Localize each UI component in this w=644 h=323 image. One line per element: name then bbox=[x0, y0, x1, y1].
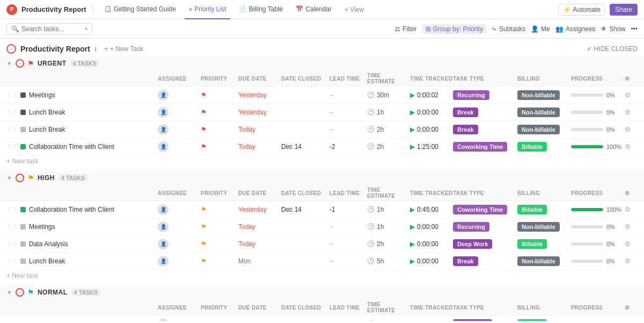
due-date-cell: Yesterday bbox=[238, 206, 281, 213]
billing-badge: Billable bbox=[517, 319, 547, 321]
assignee-cell: 👤 bbox=[158, 256, 201, 267]
info-icon[interactable]: ℹ bbox=[94, 46, 97, 53]
section-expand-normal[interactable]: ▼ bbox=[6, 289, 12, 296]
group-by-label: Group by: Priority bbox=[433, 25, 483, 33]
tab-getting-started[interactable]: 📋 Getting Started Guide bbox=[100, 0, 180, 19]
time-estimate-cell: 🕐 3h bbox=[367, 320, 410, 321]
tab-billing-table[interactable]: 📄 Billing Table bbox=[235, 0, 287, 19]
col-date-closed: DATE CLOSED bbox=[281, 305, 330, 311]
task-row[interactable]: ⋮⋮ Data Analysis 👤 ⚑ Today – 🕐 2h bbox=[0, 235, 644, 253]
assignee-avatar: 👤 bbox=[158, 319, 169, 321]
row-settings-icon[interactable]: ⚙ bbox=[625, 91, 631, 99]
subtasks-button[interactable]: ⤷ Subtasks bbox=[492, 25, 525, 33]
drag-handle-icon[interactable]: ⋮⋮ bbox=[6, 143, 17, 149]
row-settings-icon[interactable]: ⚙ bbox=[625, 206, 631, 213]
new-task-link-urgent[interactable]: + New task bbox=[6, 157, 39, 165]
task-row[interactable]: ⋮⋮ Meetings 👤 ⚑ Today – 🕐 1h bbox=[0, 218, 644, 235]
lead-time-value: -2 bbox=[330, 143, 335, 150]
section-status-icon-high: ○ bbox=[16, 174, 24, 182]
task-row[interactable]: ⋮⋮ Lunch Break 👤 ⚑ Yesterday – 🕐 1h bbox=[0, 104, 644, 121]
show-button[interactable]: 👁 Show bbox=[601, 25, 625, 33]
row-settings-icon[interactable]: ⚙ bbox=[625, 257, 631, 265]
drag-handle-icon[interactable]: ⋮⋮ bbox=[6, 92, 17, 98]
assignee-avatar: 👤 bbox=[158, 221, 169, 232]
due-date-value: Today bbox=[238, 143, 255, 150]
task-type-cell: Break bbox=[453, 109, 517, 116]
row-settings-icon[interactable]: ⚙ bbox=[625, 240, 631, 248]
progress-cell: 100% bbox=[571, 321, 625, 321]
progress-cell: 0% bbox=[571, 92, 625, 98]
tab-calendar[interactable]: 📅 Calendar bbox=[291, 0, 336, 19]
clock-icon: 🕐 bbox=[367, 257, 375, 264]
checkmark-icon: ✓ bbox=[587, 45, 592, 53]
drag-handle-icon[interactable]: ⋮⋮ bbox=[6, 224, 17, 229]
billing-cell: Non-billable bbox=[517, 223, 571, 231]
section-expand-urgent[interactable]: ▼ bbox=[6, 60, 12, 67]
share-button[interactable]: Share bbox=[610, 4, 638, 16]
filter-button[interactable]: ⚖ Filter bbox=[394, 25, 417, 33]
drag-handle-icon[interactable]: ⋮⋮ bbox=[6, 206, 17, 212]
task-row[interactable]: ⋮⋮ Lunch Break 👤 ⚑ Today – 🕐 2h bbox=[0, 121, 644, 138]
row-settings-cell: ⚙ bbox=[625, 143, 638, 150]
task-status-dot bbox=[20, 127, 26, 132]
filter-icon: ⚖ bbox=[394, 25, 400, 33]
me-label: Me bbox=[541, 25, 550, 33]
divider-1 bbox=[93, 5, 93, 14]
progress-text: 100% bbox=[606, 143, 621, 150]
time-estimate-cell: 🕐 2h bbox=[367, 143, 410, 150]
search-input[interactable] bbox=[21, 25, 83, 33]
clock-icon: 🕐 bbox=[367, 320, 375, 321]
col-priority: PRIORITY bbox=[201, 305, 238, 311]
task-name-text: Lunch Break bbox=[29, 109, 65, 116]
assignee-cell: 👤 bbox=[158, 239, 201, 249]
progress-cell: 100% bbox=[571, 143, 625, 150]
section-count-normal: 4 TASKS bbox=[71, 289, 101, 296]
time-estimate-cell: 🕐 2h bbox=[367, 126, 410, 133]
play-icon: ▶ bbox=[410, 206, 415, 213]
section-label-normal: NORMAL bbox=[38, 289, 68, 296]
project-status-icon: ○ bbox=[6, 44, 16, 54]
progress-text: 100% bbox=[606, 206, 621, 213]
task-type-badge: Deep Work bbox=[453, 239, 492, 249]
drag-handle-icon[interactable]: ⋮⋮ bbox=[6, 241, 17, 247]
me-button[interactable]: 👤 Me bbox=[531, 25, 550, 33]
assignee-avatar: 👤 bbox=[158, 90, 169, 101]
search-box[interactable]: 🔍 ▾ bbox=[6, 23, 92, 35]
add-view-button[interactable]: + View bbox=[340, 6, 368, 13]
group-by-button[interactable]: ⊞ Group by: Priority bbox=[422, 24, 486, 34]
task-row[interactable]: ⋮⋮ Data Analysis 👤 ⚑ Yesterday Dec 14 -1… bbox=[0, 315, 644, 321]
new-task-link-high[interactable]: + New task bbox=[6, 272, 39, 279]
task-status-dot bbox=[20, 144, 26, 149]
time-tracked-value: 0:00:00 bbox=[417, 126, 438, 133]
row-settings-icon[interactable]: ⚙ bbox=[625, 320, 631, 321]
row-settings-icon[interactable]: ⚙ bbox=[625, 143, 631, 150]
assignee-avatar: 👤 bbox=[158, 239, 169, 249]
clock-icon: 🕐 bbox=[367, 126, 375, 133]
drag-handle-icon[interactable]: ⋮⋮ bbox=[6, 109, 17, 115]
section-expand-high[interactable]: ▼ bbox=[6, 175, 12, 181]
show-icon: 👁 bbox=[601, 25, 607, 33]
row-settings-icon[interactable]: ⚙ bbox=[625, 223, 631, 231]
row-settings-icon[interactable]: ⚙ bbox=[625, 126, 631, 133]
task-name-cell: ⋮⋮ Lunch Break bbox=[6, 109, 158, 116]
drag-handle-icon[interactable]: ⋮⋮ bbox=[6, 126, 17, 132]
automate-icon: ⚡ bbox=[563, 6, 571, 13]
more-button[interactable]: ••• bbox=[631, 25, 638, 33]
drag-handle-icon[interactable]: ⋮⋮ bbox=[6, 258, 17, 264]
automate-button[interactable]: ⚡ Automate bbox=[558, 4, 605, 16]
task-row[interactable]: ⋮⋮ Lunch Break 👤 ⚑ Mon – 🕐 5h bbox=[0, 253, 644, 270]
task-row[interactable]: ⋮⋮ Collaboration Time with Client 👤 ⚑ Ye… bbox=[0, 201, 644, 218]
progress-bar-fill bbox=[571, 145, 603, 148]
new-task-button[interactable]: + + New Task bbox=[101, 44, 147, 54]
time-estimate-cell: 🕐 1h bbox=[367, 109, 410, 116]
row-settings-cell: ⚙ bbox=[625, 206, 638, 213]
row-settings-icon[interactable]: ⚙ bbox=[625, 109, 631, 116]
hide-closed-button[interactable]: ✓ HIDE CLOSED bbox=[587, 45, 638, 53]
time-tracked-value: 0:45:00 bbox=[417, 206, 438, 213]
tab-priority-list[interactable]: ≡ Priority List bbox=[185, 0, 231, 19]
task-row[interactable]: ⋮⋮ Collaboration Time with Client 👤 ⚑ To… bbox=[0, 138, 644, 155]
task-type-cell: Break bbox=[453, 126, 517, 133]
assignees-button[interactable]: 👥 Assignees bbox=[555, 25, 595, 33]
task-row[interactable]: ⋮⋮ Meetings 👤 ⚑ Yesterday – 🕐 30m bbox=[0, 87, 644, 104]
task-type-cell: Recurring bbox=[453, 223, 517, 231]
